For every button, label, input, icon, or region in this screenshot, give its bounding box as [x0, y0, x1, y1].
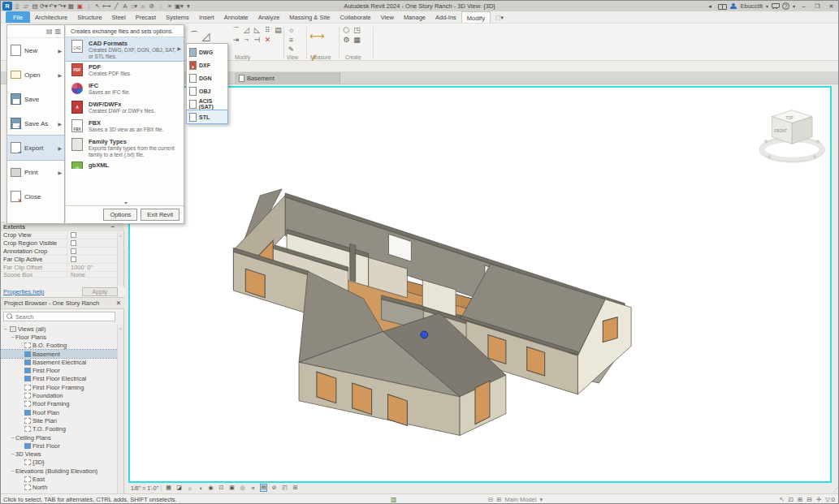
house-3d-model[interactable]: TOPFRONT	[130, 88, 830, 481]
property-value[interactable]: None	[67, 272, 85, 278]
crop-view-icon[interactable]: ⊡	[218, 485, 225, 491]
user-menu-chevron-icon[interactable]: ▾	[766, 3, 768, 9]
tab-architecture[interactable]: Architecture	[30, 11, 72, 23]
options-button[interactable]: Options	[103, 209, 137, 221]
properties-scrollbar[interactable]: ⌄	[117, 232, 123, 286]
project-browser-close-icon[interactable]: ✕	[116, 299, 121, 307]
sun-path-icon[interactable]: ☼	[186, 485, 193, 491]
flyout-item-dwg[interactable]: DWG	[187, 45, 227, 58]
tab-analyze[interactable]: Analyze	[253, 11, 285, 23]
app-store-icon[interactable]	[772, 3, 779, 9]
project-browser-scrollbar[interactable]: ⌄	[117, 325, 123, 493]
project-browser-search[interactable]	[3, 312, 115, 321]
property-checkbox[interactable]	[71, 232, 76, 238]
tab-view[interactable]: View	[376, 11, 399, 23]
modify-cursor-icon[interactable]: ↖	[93, 2, 102, 11]
print-icon[interactable]: ▦	[67, 2, 75, 11]
tree-item-first-floor[interactable]: First Floor	[1, 366, 118, 374]
ribbon-tool-icon[interactable]: ⬡	[342, 26, 351, 34]
hide-analytical-icon[interactable]: ⊘	[270, 485, 278, 491]
visual-style-icon[interactable]: ◪	[175, 485, 183, 491]
active-workset-control[interactable]: ⊟ ⊞ Main Model ▾	[488, 496, 543, 503]
ribbon-tool-icon[interactable]: ◿	[242, 26, 251, 34]
export-option-fbx[interactable]: FBXFBXSaves a 3D view as an FBX file.	[66, 117, 184, 136]
tree-item-3d-views[interactable]: −3D Views	[1, 450, 118, 458]
file-menu-item-print[interactable]: Print▶	[7, 160, 64, 184]
tab-precast[interactable]: Precast	[131, 11, 161, 23]
customize-icon[interactable]: ▾	[184, 2, 192, 11]
tab-systems[interactable]: Systems	[161, 11, 194, 23]
tree-item-first-floor-framing[interactable]: First Floor Framing	[1, 383, 118, 391]
close-button[interactable]: ✕	[826, 3, 837, 10]
resize-grip[interactable]: ⋰	[833, 486, 839, 493]
flyout-item-stl[interactable]: STL	[187, 110, 227, 123]
collapse-icon[interactable]: −	[10, 468, 15, 474]
ribbon-tool-icon[interactable]: ¬	[242, 36, 251, 44]
sync-icon[interactable]: ⟳▾	[40, 2, 48, 11]
search-input[interactable]	[15, 314, 105, 320]
redo-icon[interactable]: ↷▾	[58, 2, 66, 11]
worksets-icon[interactable]: ▥	[391, 496, 397, 503]
detail-level-icon[interactable]: ▦	[165, 485, 172, 491]
filter-icon[interactable]: ▽:0	[825, 496, 835, 503]
tab-steel[interactable]: Steel	[107, 11, 131, 23]
file-menu-item-close[interactable]: ✕Close	[7, 184, 64, 209]
signed-in-user[interactable]: Ebuccilli	[740, 2, 763, 10]
ribbon-tool-icon[interactable]: ◺	[253, 26, 262, 34]
ribbon-tool-icon[interactable]: ▦	[352, 36, 361, 44]
tree-item-first-floor[interactable]: First Floor	[1, 442, 118, 450]
default-3d-view-icon[interactable]: ⌂▾	[130, 2, 138, 11]
tree-item-roof-plan[interactable]: Roof Plan	[1, 408, 118, 416]
file-menu-item-new[interactable]: New▶	[7, 38, 64, 62]
restore-button[interactable]: ❐	[812, 3, 823, 10]
collapse-icon[interactable]: −	[10, 451, 15, 457]
minimize-button[interactable]: –	[798, 3, 809, 9]
render-icon[interactable]: ◉	[207, 485, 214, 491]
tree-item-views-all-[interactable]: −Views (all)	[1, 325, 118, 333]
viewport-3d[interactable]: TOPFRONT	[128, 86, 832, 483]
apply-button[interactable]: Apply	[82, 287, 118, 296]
select-links-icon[interactable]: ↖	[779, 496, 784, 503]
recent-documents-icon[interactable]: ▤	[46, 28, 53, 35]
model-window[interactable]	[527, 347, 545, 376]
model-window[interactable]	[475, 381, 490, 424]
ribbon-tool-icon[interactable]: ⌒	[231, 26, 240, 34]
export-option-gbxml[interactable]: gbgbXML	[66, 159, 184, 169]
tab-file[interactable]: File	[6, 11, 30, 23]
tree-item-b-o-footing[interactable]: B.O. Footing	[1, 342, 118, 350]
model-face[interactable]	[350, 243, 356, 282]
open-documents-icon[interactable]: ▥	[54, 28, 61, 35]
displacement-icon[interactable]: ◰	[281, 485, 288, 491]
tab-insert[interactable]: Insert	[194, 11, 219, 23]
tree-item-floor-plans[interactable]: −Floor Plans	[1, 333, 118, 341]
collapse-icon[interactable]: −	[10, 435, 15, 441]
export-option-ifc[interactable]: IFCSaves an IFC file.	[66, 80, 184, 98]
line-icon[interactable]: ╱	[112, 2, 120, 11]
collapse-icon[interactable]: −	[10, 334, 15, 340]
select-underlay-icon[interactable]: ⊡	[789, 496, 794, 503]
section-icon[interactable]: ⊘	[148, 2, 156, 11]
export-option-cad-formats[interactable]: CADCAD FormatsCreates DWG, DXF, DGN, OBJ…	[66, 37, 184, 61]
crop-region-icon[interactable]: ▣	[228, 485, 236, 491]
ribbon-tool-icon[interactable]: ⟷	[309, 26, 325, 47]
tree-item-basement-electrical[interactable]: Basement Electrical	[1, 358, 118, 366]
temporary-hide-icon[interactable]: ◎	[239, 485, 246, 491]
property-checkbox[interactable]	[71, 240, 76, 246]
export-option-pdf[interactable]: PDFPDFCreates PDF files.	[66, 61, 184, 80]
property-value[interactable]: 1000' 0"	[67, 264, 93, 271]
ribbon-tool-icon[interactable]: ≡	[287, 36, 296, 44]
selection-panel-icon[interactable]: ⬚▾	[491, 11, 508, 23]
drag-on-selection-icon[interactable]: ✛	[816, 496, 821, 503]
tab-add-ins[interactable]: Add-Ins	[430, 11, 461, 23]
tab-structure[interactable]: Structure	[72, 11, 106, 23]
camera-marker[interactable]	[421, 331, 428, 338]
tree-item-ceiling-plans[interactable]: −Ceiling Plans	[1, 433, 118, 442]
ribbon-tool-icon[interactable]: ✕	[263, 36, 272, 44]
text-icon[interactable]: A	[121, 2, 129, 11]
tab-modify[interactable]: Modify	[461, 11, 491, 23]
ribbon-tool-icon[interactable]: ⇥	[231, 36, 240, 44]
file-menu-item-save[interactable]: Save	[7, 87, 64, 111]
tree-item-east[interactable]: East	[1, 475, 118, 483]
save-icon[interactable]: ▤	[31, 2, 39, 11]
tree-item-first-floor-electrical[interactable]: First Floor Electrical	[1, 375, 118, 383]
